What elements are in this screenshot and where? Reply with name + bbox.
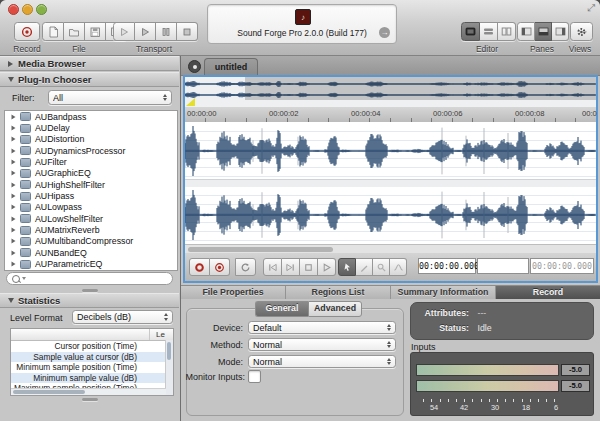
editor-pages-view-button[interactable]: [498, 22, 516, 41]
cursor-time-display[interactable]: 00:00:00.000: [418, 258, 476, 274]
plugin-item[interactable]: AUNBandEQ: [5, 247, 177, 258]
disclosure-triangle-icon[interactable]: [12, 216, 16, 221]
disclosure-triangle-icon[interactable]: [12, 126, 16, 131]
monitor-inputs-checkbox[interactable]: [248, 370, 261, 383]
waveform-display[interactable]: [185, 122, 596, 244]
loop-playback-button[interactable]: [235, 258, 256, 276]
horizontal-scrollbar[interactable]: [11, 388, 166, 395]
record-arm-button[interactable]: [210, 258, 230, 276]
fullscreen-icon[interactable]: ⤢: [587, 2, 595, 14]
envelope-tool-button[interactable]: [390, 258, 407, 276]
plugin-search-input[interactable]: [6, 272, 173, 285]
plugin-item[interactable]: AUDelay: [5, 122, 177, 133]
playback-marker-icon[interactable]: [186, 98, 195, 106]
expanded-triangle-icon[interactable]: [8, 77, 14, 82]
disclosure-triangle-icon[interactable]: [12, 205, 16, 210]
document-tab[interactable]: untitled: [204, 58, 258, 76]
expanded-triangle-icon[interactable]: [8, 298, 14, 303]
mode-dropdown[interactable]: Normal: [248, 355, 396, 368]
tab-summary-information[interactable]: Summary Information: [391, 286, 496, 300]
go-to-start-button[interactable]: [263, 258, 282, 276]
scrollbar-thumb[interactable]: [13, 390, 85, 394]
plugin-item[interactable]: AUDynamicsProcessor: [5, 145, 177, 156]
tab-status-icon[interactable]: [188, 60, 201, 73]
disclosure-triangle-icon[interactable]: [12, 262, 16, 267]
play-all-button[interactable]: [113, 22, 135, 41]
pane-left-button[interactable]: [517, 22, 535, 41]
pencil-tool-button[interactable]: [356, 258, 373, 276]
tab-advanced[interactable]: Advanced: [308, 301, 362, 317]
disclosure-triangle-icon[interactable]: [12, 171, 16, 176]
play-button[interactable]: [318, 258, 336, 276]
disclosure-triangle-icon[interactable]: [12, 194, 16, 199]
pane-resize-grip[interactable]: [82, 398, 98, 401]
pane-resize-grip[interactable]: [82, 289, 98, 292]
magnify-tool-button[interactable]: [373, 258, 390, 276]
plugin-item[interactable]: AULowShelfFilter: [5, 213, 177, 224]
method-dropdown[interactable]: Normal: [248, 338, 396, 351]
open-file-button[interactable]: [64, 22, 85, 41]
selection-time-display[interactable]: [477, 258, 529, 274]
go-to-end-button[interactable]: [282, 258, 300, 276]
disclosure-triangle-icon[interactable]: [12, 182, 16, 187]
disclosure-triangle-icon[interactable]: [12, 137, 16, 142]
disclosure-triangle-icon[interactable]: [12, 250, 16, 255]
new-file-button[interactable]: [42, 22, 64, 41]
plugin-item[interactable]: AUBandpass: [5, 111, 177, 122]
vertical-scrollbar[interactable]: [165, 340, 173, 395]
statistic-row[interactable]: Minimum sample value (dB): [11, 373, 173, 384]
statistics-table-header[interactable]: Le: [11, 329, 173, 341]
scrollbar-thumb[interactable]: [167, 342, 171, 360]
plugin-item[interactable]: AUHighShelfFilter: [5, 179, 177, 190]
collapsed-triangle-icon[interactable]: [8, 61, 13, 67]
edit-tool-button[interactable]: [338, 258, 356, 276]
play-button[interactable]: [135, 22, 156, 41]
tab-record[interactable]: Record: [496, 286, 600, 300]
pane-bottom-button[interactable]: [535, 22, 552, 41]
column-header[interactable]: Le: [149, 329, 173, 340]
disclosure-triangle-icon[interactable]: [12, 114, 16, 119]
statistic-row[interactable]: Cursor position (Time): [11, 341, 173, 352]
record-button[interactable]: [14, 22, 40, 41]
plugin-item[interactable]: AUGraphicEQ: [5, 168, 177, 179]
stop-button[interactable]: [177, 22, 198, 41]
disclosure-triangle-icon[interactable]: [12, 160, 16, 165]
tab-file-properties[interactable]: File Properties: [181, 286, 286, 300]
save-button[interactable]: [85, 22, 106, 41]
time-ruler[interactable]: 00:00:00 00:00:02 00:00:04 00:00:06 00:0…: [185, 107, 596, 123]
plugin-item[interactable]: AUDistortion: [5, 134, 177, 145]
disclosure-triangle-icon[interactable]: [12, 228, 16, 233]
editor-split-view-button[interactable]: [480, 22, 498, 41]
disclosure-triangle-icon[interactable]: [12, 148, 16, 153]
pause-button[interactable]: [156, 22, 177, 41]
disclosure-triangle-icon[interactable]: [12, 239, 16, 244]
statistic-row[interactable]: Minimum sample position (Time): [11, 362, 173, 373]
statistic-row[interactable]: Sample value at cursor (dB): [11, 352, 173, 363]
plugin-item[interactable]: AULowpass: [5, 202, 177, 213]
views-button[interactable]: [570, 22, 593, 41]
stop-button[interactable]: [300, 258, 318, 276]
plugin-item[interactable]: AUFilter: [5, 156, 177, 167]
tab-regions-list[interactable]: Regions List: [286, 286, 391, 300]
media-browser-header[interactable]: Media Browser: [0, 56, 179, 71]
total-time-display[interactable]: 00:00:00.000: [530, 258, 594, 274]
plugin-item[interactable]: AUMatrixReverb: [5, 224, 177, 235]
plugin-item[interactable]: AUHipass: [5, 190, 177, 201]
plugin-item[interactable]: AUMultibandCompressor: [5, 236, 177, 247]
waveform-channel-left[interactable]: [185, 123, 596, 179]
scrollbar-thumb[interactable]: [188, 247, 333, 252]
tab-general[interactable]: General: [255, 301, 308, 317]
record-ring-button[interactable]: [189, 258, 210, 276]
waveform-channel-right[interactable]: [185, 187, 596, 243]
app-info-arrow-icon[interactable]: →: [379, 27, 390, 38]
overview-bar[interactable]: [185, 77, 596, 108]
filter-dropdown[interactable]: All: [48, 90, 172, 105]
device-dropdown[interactable]: Default: [248, 321, 396, 334]
level-format-dropdown[interactable]: Decibels (dB): [72, 310, 173, 324]
statistics-header[interactable]: Statistics: [0, 293, 179, 308]
plugin-chooser-header[interactable]: Plug-In Chooser: [0, 72, 179, 87]
editor-waveform-button[interactable]: [461, 22, 480, 41]
pane-right-button[interactable]: [552, 22, 569, 41]
overview-visible-region[interactable]: [245, 77, 596, 100]
plugin-item[interactable]: AUParametricEQ: [5, 258, 177, 269]
